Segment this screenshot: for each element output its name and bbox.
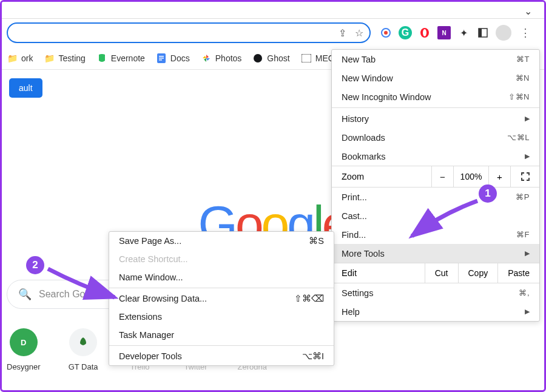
set-default-button[interactable]: ault — [9, 78, 42, 98]
svg-point-3 — [423, 29, 426, 36]
search-icon: 🔍 — [18, 288, 32, 301]
menu-zoom-row: Zoom − 100% + — [332, 166, 539, 188]
menu-find[interactable]: Find...⌘F — [332, 225, 539, 244]
photos-icon — [201, 53, 212, 64]
svg-rect-7 — [159, 56, 164, 57]
tile-icon — [69, 328, 97, 356]
zoom-label: Zoom — [332, 172, 431, 181]
onenote-icon[interactable]: N — [437, 26, 451, 39]
grammarly-icon[interactable]: G — [399, 26, 412, 39]
zoom-level: 100% — [453, 166, 488, 187]
copy-button[interactable]: Copy — [458, 263, 498, 283]
svg-point-1 — [384, 31, 388, 35]
folder-icon: 📁 — [44, 53, 55, 64]
svg-point-10 — [254, 54, 262, 63]
folder-icon: 📁 — [7, 53, 18, 64]
submenu-name-window[interactable]: Name Window... — [109, 268, 334, 286]
shortcut-tile[interactable]: GT Data — [69, 328, 98, 371]
toolbar: ⇪ ☆ G N ✦ ⋮ — [2, 19, 544, 47]
menu-new-incognito[interactable]: New Incognito Window⇧⌘N — [332, 87, 539, 106]
menu-help[interactable]: Help▶ — [332, 302, 539, 321]
svg-rect-9 — [159, 59, 162, 61]
sidebar-icon[interactable] — [476, 26, 490, 39]
shortcut-tile[interactable]: DDesygner — [7, 328, 41, 371]
annotation-badge-2: 2 — [26, 256, 44, 274]
share-icon[interactable]: ⇪ — [339, 27, 346, 39]
svg-rect-8 — [159, 58, 164, 59]
bookmark-favicon — [301, 53, 312, 64]
menu-edit-row: Edit Cut Copy Paste — [332, 263, 539, 283]
menu-settings[interactable]: Settings⌘, — [332, 283, 539, 302]
submenu-arrow-icon: ▶ — [525, 308, 530, 316]
menu-separator — [109, 288, 334, 288]
chevron-down-icon[interactable]: ⌄ — [524, 5, 532, 17]
zoom-in-button[interactable]: + — [488, 166, 510, 187]
ghost-icon — [252, 53, 263, 64]
menu-separator — [332, 107, 539, 108]
extensions-area: G N ✦ ⋮ — [373, 25, 539, 41]
menu-print[interactable]: Print...⌘P — [332, 188, 539, 206]
window-titlebar: ⌄ — [2, 2, 544, 19]
bookmark-item[interactable]: Docs — [156, 53, 190, 64]
submenu-save-page[interactable]: Save Page As...⌘S — [109, 232, 334, 250]
docs-icon — [156, 53, 167, 64]
menu-more-tools[interactable]: More Tools▶ — [332, 244, 539, 263]
evernote-icon — [96, 53, 107, 64]
bookmark-item[interactable]: 📁Testing — [44, 53, 85, 64]
chrome-menu: New Tab⌘T New Window⌘N New Incognito Win… — [331, 49, 540, 322]
chrome-window: ⌄ ⇪ ☆ G N ✦ ⋮ 📁ork 📁Testing Evernote Doc… — [0, 0, 546, 392]
address-bar[interactable]: ⇪ ☆ — [7, 22, 371, 43]
fullscreen-button[interactable] — [510, 166, 539, 187]
bookmark-item[interactable]: Ghost — [252, 53, 289, 64]
tile-icon: D — [10, 328, 38, 356]
profile-avatar[interactable] — [496, 25, 511, 41]
menu-new-tab[interactable]: New Tab⌘T — [332, 50, 539, 69]
bookmark-item[interactable]: Evernote — [96, 53, 145, 64]
submenu-task-manager[interactable]: Task Manager — [109, 326, 334, 344]
opera-icon[interactable] — [418, 26, 431, 39]
star-icon[interactable]: ☆ — [355, 27, 363, 39]
submenu-arrow-icon: ▶ — [525, 249, 530, 257]
menu-downloads[interactable]: Downloads⌥⌘L — [332, 128, 539, 147]
submenu-arrow-icon: ▶ — [525, 115, 530, 123]
submenu-developer-tools[interactable]: Developer Tools⌥⌘I — [109, 347, 334, 365]
submenu-extensions[interactable]: Extensions — [109, 308, 334, 326]
paste-button[interactable]: Paste — [497, 263, 539, 283]
bookmark-item[interactable]: 📁ork — [7, 53, 33, 64]
menu-bookmarks[interactable]: Bookmarks▶ — [332, 147, 539, 166]
more-menu-button[interactable]: ⋮ — [517, 26, 533, 39]
submenu-arrow-icon: ▶ — [525, 152, 530, 160]
menu-history[interactable]: History▶ — [332, 109, 539, 128]
menu-new-window[interactable]: New Window⌘N — [332, 69, 539, 87]
menu-cast[interactable]: Cast... — [332, 206, 539, 225]
zoom-out-button[interactable]: − — [431, 166, 453, 187]
submenu-clear-browsing-data[interactable]: Clear Browsing Data...⇧⌘⌫ — [109, 289, 334, 308]
bookmark-item[interactable]: Photos — [201, 53, 242, 64]
svg-rect-11 — [302, 54, 311, 63]
submenu-create-shortcut: Create Shortcut... — [109, 250, 334, 268]
cut-button[interactable]: Cut — [425, 263, 458, 283]
extensions-puzzle-icon[interactable]: ✦ — [457, 26, 470, 39]
annotation-badge-1: 1 — [479, 184, 497, 203]
svg-rect-5 — [479, 29, 482, 37]
edit-label: Edit — [332, 268, 425, 278]
extension-icon[interactable] — [379, 26, 393, 39]
more-tools-submenu: Save Page As...⌘S Create Shortcut... Nam… — [109, 231, 334, 366]
menu-separator — [109, 345, 334, 346]
